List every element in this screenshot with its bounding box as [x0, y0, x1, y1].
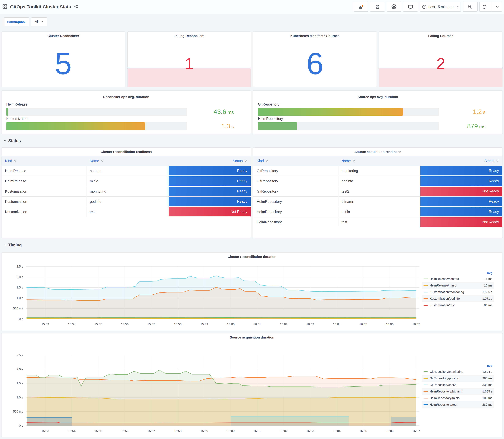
gauge-panel-reconciler-ops[interactable]: Reconciler ops avg. duration HelmRelease…	[1, 90, 251, 134]
stat-panel-manifests-sources[interactable]: Kubernetes Manifests Sources 6	[253, 32, 377, 87]
legend-item[interactable]: GitRepository/test2 338 ms	[422, 382, 494, 388]
y-tick-label: 500 ms	[13, 410, 23, 413]
cell-status: Ready	[420, 166, 502, 176]
chart-panel-cluster-reconciliation-duration[interactable]: Cluster reconciliation duration 0 s500 m…	[1, 252, 503, 331]
cell-status: Ready	[420, 196, 502, 207]
cell-name: podinfo	[338, 176, 420, 186]
table-body: GitRepository monitoring Ready GitReposi…	[253, 166, 502, 227]
column-header-status[interactable]: Status	[420, 159, 502, 163]
status-badge: Ready	[169, 166, 251, 175]
table-panel-source-readiness[interactable]: Source acquisition readiness Kind Name S…	[253, 147, 503, 238]
status-badge: Not Ready	[420, 217, 502, 227]
cell-kind: GitRepository	[253, 186, 338, 196]
column-header-kind[interactable]: Kind	[2, 159, 86, 163]
save-dashboard-button[interactable]	[370, 2, 385, 12]
legend-item[interactable]: Kustomization/test 84 ms	[422, 302, 494, 308]
legend-color-dash	[424, 279, 428, 279]
status-badge: Ready	[420, 197, 502, 206]
column-header-status[interactable]: Status	[169, 159, 251, 163]
gauge-fill	[258, 108, 403, 116]
time-range-picker[interactable]: Last 15 minutes	[420, 2, 461, 12]
gauge-row: HelmRelease 43.6 ms	[6, 102, 246, 116]
legend-item[interactable]: GitRepository/monitoring 1.594 s	[422, 368, 494, 375]
x-tick-label: 15:57	[147, 323, 155, 326]
refresh-button-group[interactable]	[479, 2, 502, 12]
legend-item[interactable]: HelmRepository/minio 108 ms	[422, 395, 494, 401]
cell-kind: HelmRelease	[2, 166, 86, 176]
cell-status: Not Ready	[420, 186, 502, 196]
y-tick-label: 2.0 s	[16, 275, 23, 279]
series-fill	[391, 417, 416, 426]
table-row[interactable]: GitRepository podinfo Ready	[253, 176, 502, 186]
status-badge: Not Ready	[169, 207, 251, 217]
x-tick-label: 16:07	[412, 429, 420, 433]
table-row[interactable]: HelmRepository bitnami Ready	[253, 196, 502, 207]
table-row[interactable]: GitRepository monitoring Ready	[253, 166, 502, 176]
refresh-button[interactable]	[479, 4, 489, 9]
cell-status: Ready	[420, 207, 502, 217]
status-badge: Ready	[169, 197, 251, 206]
legend-item[interactable]: Kustomization/monitoring 1.605 s	[422, 289, 494, 295]
column-header-kind[interactable]: Kind	[253, 159, 338, 163]
chart-panel-source-acquisition-duration[interactable]: Source acquisition duration 0 s500 ms1.0…	[1, 333, 503, 437]
y-tick-label: 1.5 s	[16, 382, 23, 385]
variable-label-chip: namespace	[4, 17, 29, 26]
legend-item[interactable]: Kustomization/podinfo 1.071 s	[422, 295, 494, 302]
table-row[interactable]: Kustomization podinfo Ready	[2, 196, 251, 207]
y-tick-label: 1.0 s	[16, 296, 23, 300]
share-icon[interactable]	[74, 4, 78, 10]
legend-item[interactable]: GitRepository/podinfo 980 ms	[422, 375, 494, 382]
zoom-out-time-button[interactable]	[463, 2, 478, 12]
cell-name: minio	[338, 207, 420, 217]
legend-avg-value: 1.605 s	[482, 290, 492, 294]
status-badge: Not Ready	[420, 187, 502, 196]
gauge-panel-source-ops[interactable]: Source ops avg. duration GitRepository 1…	[253, 90, 503, 134]
panel-title: Failing Reconcilers	[128, 32, 251, 40]
column-header-name[interactable]: Name	[338, 159, 420, 163]
x-tick-label: 16:01	[253, 323, 261, 326]
stat-value: 1	[185, 56, 193, 72]
x-tick-label: 15:59	[200, 429, 208, 433]
table-panel-cluster-readiness[interactable]: Cluster reconciliation readiness Kind Na…	[1, 147, 251, 238]
column-header-name[interactable]: Name	[86, 159, 169, 163]
panel-title: Kubernetes Manifests Sources	[253, 32, 377, 40]
legend-item[interactable]: HelmRelease/minio 16 ms	[422, 282, 494, 289]
table-row[interactable]: HelmRelease contour Ready	[2, 166, 251, 176]
table-row[interactable]: HelmRepository test Not Ready	[253, 217, 502, 227]
filter-funnel-icon	[101, 159, 104, 162]
table-row[interactable]: HelmRelease minio Ready	[2, 176, 251, 186]
legend-item[interactable]: HelmRelease/contour 71 ms	[422, 276, 494, 282]
stat-panel-failing-sources[interactable]: Failing Sources 2	[379, 32, 503, 87]
dashboard-settings-button[interactable]	[387, 2, 401, 12]
section-header-timing[interactable]: Timing	[3, 241, 503, 249]
legend-avg-header[interactable]: avg	[422, 270, 494, 276]
section-header-status[interactable]: Status	[3, 136, 503, 145]
table-row[interactable]: Kustomization monitoring Ready	[2, 186, 251, 196]
panel-title: Cluster Reconcilers	[2, 32, 125, 40]
tv-mode-button[interactable]	[403, 2, 418, 12]
variable-value-dropdown[interactable]: All	[31, 17, 47, 26]
dashboard-grid-icon[interactable]	[2, 4, 7, 10]
cell-kind: HelmRelease	[2, 176, 86, 186]
cell-kind: Kustomization	[2, 196, 86, 207]
gauge-value: 1.2 s	[439, 108, 498, 115]
legend-avg-header[interactable]: avg	[422, 363, 494, 368]
table-row[interactable]: GitRepository test2 Not Ready	[253, 186, 502, 196]
legend-series-label: GitRepository/test2	[430, 383, 480, 387]
legend-color-dash	[424, 371, 428, 372]
dashboard-title: GitOps Toolkit Cluster Stats	[10, 4, 71, 10]
refresh-interval-dropdown[interactable]	[493, 5, 502, 9]
panel-title: Source acquisition readiness	[253, 148, 502, 156]
stat-panel-cluster-reconcilers[interactable]: Cluster Reconcilers 5	[1, 32, 125, 87]
table-row[interactable]: HelmRepository minio Ready	[253, 207, 502, 217]
legend-series-label: HelmRelease/minio	[430, 284, 482, 287]
x-tick-label: 16:03	[306, 429, 314, 433]
legend-avg-value: 108 ms	[482, 396, 492, 400]
legend-item[interactable]: HelmRepository/test 289 ms	[422, 401, 494, 408]
stat-panel-failing-reconcilers[interactable]: Failing Reconcilers 1	[127, 32, 251, 87]
legend-item[interactable]: HelmRepository/bitnami 1.695 s	[422, 388, 494, 395]
x-tick-label: 15:56	[121, 323, 129, 326]
add-panel-button[interactable]	[354, 2, 368, 12]
table-row[interactable]: Kustomization test Not Ready	[2, 207, 251, 217]
legend-color-dash	[424, 378, 428, 379]
